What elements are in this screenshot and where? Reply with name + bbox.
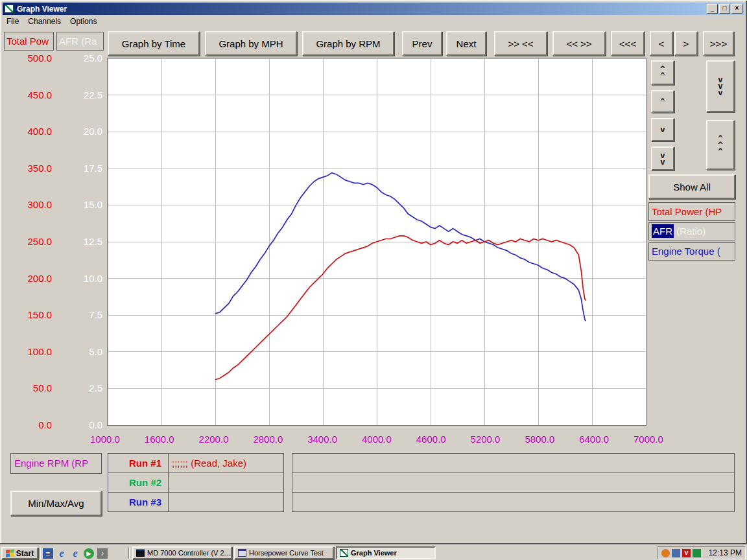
y-axis-primary-tick: 200.0 (3, 273, 52, 285)
task-md7000-controller[interactable]: MD 7000 Controller (V 2.... (132, 546, 232, 559)
tray-icon-2[interactable] (672, 549, 680, 557)
task-horsepower-curve-test[interactable]: Horsepower Curve Test (234, 546, 334, 559)
tray-icon-1[interactable] (661, 549, 670, 557)
y-axis-primary-tick: 400.0 (3, 126, 52, 137)
legend-total-power[interactable]: Total Power (HP (648, 202, 735, 221)
toolbar-button-graph-by-time[interactable]: Graph by Time (108, 31, 200, 56)
legend-engine-torque[interactable]: Engine Torque ( (648, 242, 735, 261)
taskbar: Start ≡ee▶♪ MD 7000 Controller (V 2....H… (0, 544, 747, 560)
y-axis-secondary-tick: 0.0 (60, 419, 102, 431)
run-info-field[interactable] (292, 472, 735, 493)
internet-explorer-2-icon[interactable]: e (70, 548, 80, 559)
windows-logo-icon (6, 549, 14, 557)
show-desktop-icon[interactable]: ≡ (43, 548, 53, 559)
app-icon (5, 5, 14, 13)
min-max-avg-button[interactable]: Min/Max/Avg (10, 491, 102, 516)
legend-afr[interactable]: AFR (Ratio) (648, 222, 735, 240)
run-info-field[interactable] (292, 453, 735, 473)
x-axis-tick: 1000.0 (90, 434, 120, 445)
menu-file[interactable]: File (3, 16, 24, 27)
run-info-column (292, 453, 735, 512)
toolbar-button-far-right[interactable]: >>> (703, 31, 734, 56)
x-axis-tick: 2200.0 (199, 434, 229, 445)
x-axis-tick: 5200.0 (471, 434, 501, 445)
scroll-up-icon[interactable]: ^ (651, 90, 674, 113)
y-axis-primary-header[interactable]: Total Pow (4, 32, 54, 51)
x-axis-tick: 3400.0 (307, 434, 337, 445)
x-axis-tick: 2800.0 (253, 434, 283, 445)
legend-afr-rest: (Ratio) (674, 226, 706, 237)
toolbar-button-right[interactable]: > (674, 31, 698, 56)
y-axis-secondary: 25.022.520.017.515.012.510.07.55.02.50.0 (60, 52, 102, 431)
x-axis: 1000.01600.02200.02800.03400.04000.04600… (90, 434, 663, 445)
quick-launch: ≡ee▶♪ (43, 548, 108, 559)
show-all-button[interactable]: Show All (648, 174, 735, 199)
y-axis-primary-tick: 100.0 (3, 346, 52, 358)
x-axis-tick: 7000.0 (634, 434, 663, 445)
taskbar-divider (128, 548, 130, 559)
y-axis-secondary-header[interactable]: AFR (Ra (56, 32, 104, 51)
close-button[interactable]: × (731, 4, 742, 14)
run-label[interactable]: Run #2 (108, 472, 169, 493)
task-horsepower-curve-test-icon (238, 549, 246, 557)
scroll-double-up-icon[interactable]: ^ ^ (651, 60, 674, 85)
maximize-button[interactable]: □ (719, 4, 730, 14)
y-axis-primary: 500.0450.0400.0350.0300.0250.0200.0150.0… (3, 52, 52, 431)
y-axis-primary-tick: 50.0 (3, 382, 52, 394)
run-info-field[interactable] (292, 492, 735, 512)
task-label: Graph Viewer (351, 549, 397, 557)
y-axis-primary-tick: 250.0 (3, 236, 52, 248)
toolbar-button-compress[interactable]: >> << (494, 31, 547, 56)
x-axis-tick: 4000.0 (362, 434, 392, 445)
x-axis-tick: 6400.0 (579, 434, 609, 445)
x-axis-tick: 1600.0 (145, 434, 174, 445)
run-label-column: Run #1Run #2Run #3 (108, 453, 169, 512)
y-axis-secondary-tick: 5.0 (60, 346, 102, 358)
menu-channels[interactable]: Channels (24, 16, 66, 27)
y-axis-secondary-tick: 15.0 (60, 199, 102, 211)
graph-viewer-window: Graph Viewer _ □ × FileChannelsOptions G… (0, 0, 747, 544)
task-md7000-controller-icon (136, 549, 145, 557)
tray-icon-4[interactable] (693, 549, 701, 557)
menu-options[interactable]: Options (66, 16, 102, 27)
toolbar-button-next[interactable]: Next (446, 31, 486, 56)
page-up-icon[interactable]: ^ ^ ^ (706, 120, 735, 170)
scroll-double-down-icon[interactable]: v v (651, 146, 674, 170)
toolbar-button-left[interactable]: < (650, 31, 673, 56)
clock: 12:13 PM (709, 548, 742, 557)
page-down-icon[interactable]: v v v (706, 60, 735, 112)
curve-engine-torque (215, 173, 586, 321)
y-axis-primary-tick: 0.0 (3, 419, 52, 431)
toolbar-button-far-left[interactable]: <<< (611, 31, 645, 56)
curve-total-power (215, 236, 586, 380)
run-label[interactable]: Run #1 (108, 453, 169, 473)
toolbar-button-graph-by-mph[interactable]: Graph by MPH (205, 31, 297, 56)
system-tray: V12:13 PM (658, 546, 746, 559)
task-graph-viewer[interactable]: Graph Viewer (336, 546, 436, 559)
tray-icon-3[interactable]: V (682, 549, 691, 557)
run-comment-field[interactable]: ;;;;;; (Read, Jake) (168, 453, 284, 473)
minimize-button[interactable]: _ (707, 4, 718, 14)
run-comment-field[interactable] (168, 492, 284, 512)
menu-bar: FileChannelsOptions (3, 16, 744, 27)
run-label[interactable]: Run #3 (108, 492, 169, 512)
volume-icon[interactable]: ♪ (97, 548, 108, 559)
legend-afr-selected: AFR (652, 224, 674, 238)
x-axis-channel-header[interactable]: Engine RPM (RP (10, 453, 102, 474)
run-comment-field[interactable] (168, 472, 284, 493)
scroll-down-icon[interactable]: v (651, 118, 674, 141)
toolbar: Graph by TimeGraph by MPHGraph by RPMPre… (108, 31, 734, 56)
title-bar[interactable]: Graph Viewer _ □ × (3, 3, 744, 15)
y-axis-primary-tick: 350.0 (3, 163, 52, 174)
task-buttons: MD 7000 Controller (V 2....Horsepower Cu… (132, 546, 436, 559)
y-axis-secondary-tick: 12.5 (60, 236, 102, 248)
chart-canvas (108, 58, 646, 425)
toolbar-button-graph-by-rpm[interactable]: Graph by RPM (302, 31, 394, 56)
internet-explorer-icon[interactable]: e (56, 548, 67, 559)
taskbar-divider (40, 548, 41, 559)
media-player-icon[interactable]: ▶ (84, 548, 94, 559)
toolbar-button-expand[interactable]: << >> (552, 31, 606, 56)
start-button[interactable]: Start (1, 547, 38, 559)
y-axis-primary-tick: 300.0 (3, 199, 52, 211)
toolbar-button-prev[interactable]: Prev (402, 31, 442, 56)
